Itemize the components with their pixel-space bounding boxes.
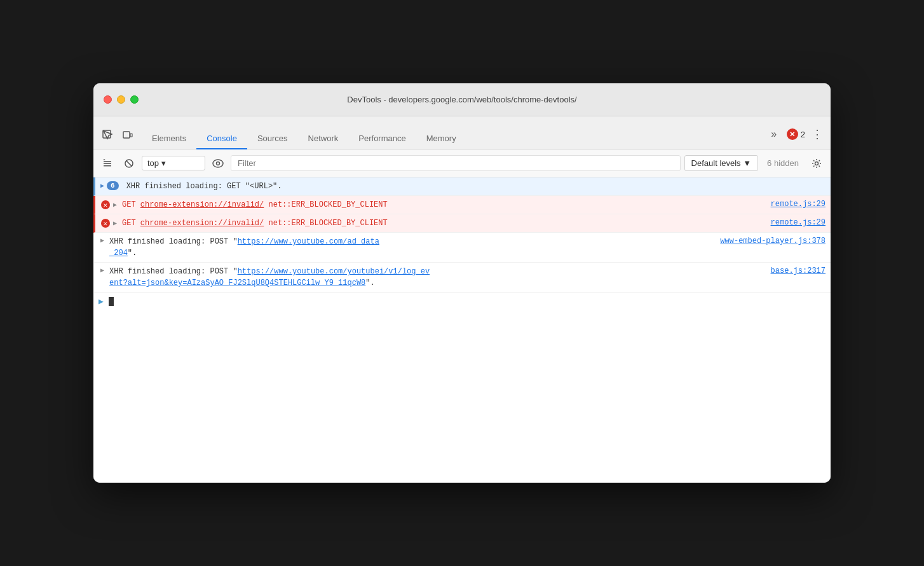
- cursor: [109, 297, 114, 306]
- svg-text:✕: ✕: [104, 202, 108, 209]
- error-count: 2: [801, 130, 805, 139]
- traffic-lights: [104, 95, 139, 104]
- svg-rect-4: [104, 163, 111, 164]
- minimize-button[interactable]: [117, 95, 125, 104]
- log-entry-error-2: ✕ ▶ GET chrome-extension://invalid/ net:…: [93, 214, 831, 233]
- tab-console[interactable]: Console: [196, 128, 247, 149]
- error-x-icon-2: ✕: [100, 218, 111, 228]
- log-text-xhr-1: XHR finished loading: POST "https://www.…: [109, 236, 710, 259]
- log-entry-xhr-2: ▶ XHR finished loading: POST "https://ww…: [93, 263, 831, 293]
- svg-text:✕: ✕: [104, 220, 108, 228]
- entry-expand-2[interactable]: ▶: [113, 219, 117, 227]
- entry-expand[interactable]: ▶: [113, 201, 117, 209]
- source-link[interactable]: remote.js:29: [771, 200, 825, 209]
- source-link-3[interactable]: www-embed-player.js:378: [720, 237, 825, 245]
- titlebar: DevTools - developers.google.com/web/too…: [93, 83, 831, 116]
- console-toolbar: top ▾ Default levels ▼ 6 hidden: [93, 149, 831, 177]
- window-title: DevTools - developers.google.com/web/too…: [347, 95, 576, 104]
- more-options-button[interactable]: ⋮: [809, 125, 825, 144]
- tab-elements[interactable]: Elements: [142, 128, 196, 149]
- tab-sources[interactable]: Sources: [247, 128, 298, 149]
- tab-network[interactable]: Network: [298, 128, 349, 149]
- entry-expand-icon-3[interactable]: ▶: [100, 237, 105, 244]
- log-text-xhr-2: XHR finished loading: POST "https://www.…: [109, 266, 761, 289]
- error-entry-icon: ✕ ▶: [100, 200, 118, 210]
- inspect-element-button[interactable]: [99, 126, 116, 144]
- tab-memory[interactable]: Memory: [416, 128, 466, 149]
- prompt-icon: ▶: [99, 296, 104, 307]
- source-link-4[interactable]: base.js:2317: [771, 266, 825, 275]
- block-network-button[interactable]: [120, 155, 138, 172]
- more-tabs-button[interactable]: »: [765, 125, 783, 143]
- device-toggle-button[interactable]: [119, 126, 137, 144]
- maximize-button[interactable]: [130, 95, 139, 104]
- svg-rect-1: [123, 132, 130, 138]
- error-badge[interactable]: ✕ 2: [787, 128, 805, 140]
- tabbar-left-icons: [99, 126, 137, 149]
- svg-rect-3: [104, 161, 111, 162]
- close-button[interactable]: [104, 95, 112, 104]
- console-settings-button[interactable]: [808, 155, 825, 172]
- error-entry-icon-2: ✕ ▶: [100, 218, 118, 228]
- svg-point-10: [217, 162, 220, 165]
- log-entry-error-1: ✕ ▶ GET chrome-extension://invalid/ net:…: [93, 196, 831, 214]
- count-badge: 6: [107, 181, 119, 190]
- console-input-line[interactable]: ▶: [93, 293, 831, 310]
- svg-point-11: [815, 162, 819, 165]
- tabbar-right: » ✕ 2 ⋮: [765, 125, 825, 149]
- svg-rect-2: [130, 134, 132, 137]
- error-x-icon: ✕: [100, 200, 111, 210]
- devtools-window: DevTools - developers.google.com/web/too…: [93, 83, 831, 483]
- eye-button[interactable]: [209, 155, 227, 172]
- svg-line-8: [126, 160, 132, 166]
- hidden-count-label: 6 hidden: [762, 158, 804, 168]
- expand-icon[interactable]: ▶ 6: [100, 181, 123, 190]
- error-icon: ✕: [787, 128, 798, 140]
- svg-marker-6: [103, 159, 105, 160]
- log-text: XHR finished loading: GET "<URL>".: [126, 181, 825, 192]
- log-entry: ▶ 6 XHR finished loading: GET "<URL>".: [93, 177, 831, 196]
- log-text-error-2: GET chrome-extension://invalid/ net::ERR…: [122, 217, 761, 229]
- context-selector[interactable]: top ▾: [142, 156, 205, 170]
- source-link-2[interactable]: remote.js:29: [771, 218, 825, 227]
- tabbar: Elements Console Sources Network Perform…: [93, 116, 831, 149]
- log-text-error-1: GET chrome-extension://invalid/ net::ERR…: [122, 199, 761, 211]
- svg-point-9: [213, 160, 223, 167]
- filter-input[interactable]: [231, 155, 681, 171]
- entry-expand-icon-4[interactable]: ▶: [100, 266, 105, 274]
- clear-console-button[interactable]: [99, 155, 116, 172]
- log-entry-xhr-1: ▶ XHR finished loading: POST "https://ww…: [93, 233, 831, 263]
- console-content: ▶ 6 XHR finished loading: GET "<URL>". ✕…: [93, 177, 831, 483]
- tab-performance[interactable]: Performance: [348, 128, 416, 149]
- svg-rect-5: [104, 165, 111, 167]
- log-levels-button[interactable]: Default levels ▼: [684, 155, 759, 171]
